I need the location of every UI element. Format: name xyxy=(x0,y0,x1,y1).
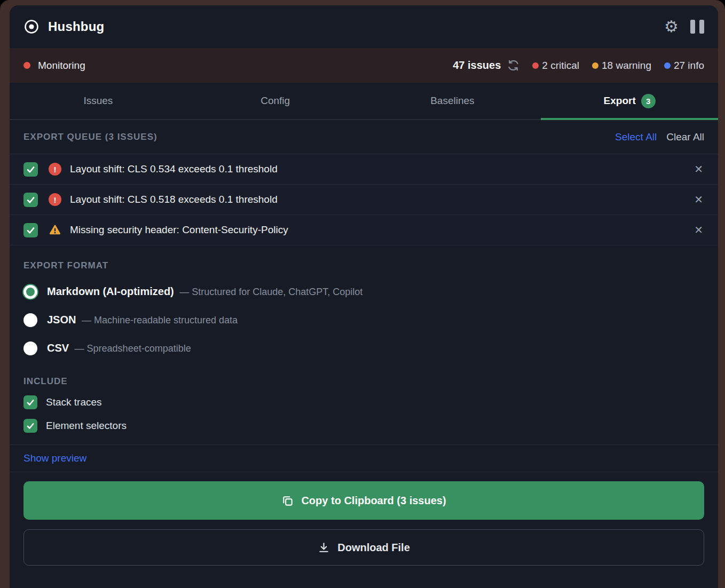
export-queue-title: EXPORT QUEUE (3 ISSUES) xyxy=(23,132,157,142)
export-format-section: EXPORT FORMAT Markdown (AI-optimized) — … xyxy=(10,245,718,362)
issue-text: Layout shift: CLS 0.534 exceeds 0.1 thre… xyxy=(70,163,684,175)
export-count-badge: 3 xyxy=(641,94,656,108)
select-all-link[interactable]: Select All xyxy=(615,131,657,143)
checkbox-checked-icon[interactable] xyxy=(23,419,37,433)
download-icon xyxy=(318,542,330,554)
tab-baselines[interactable]: Baselines xyxy=(364,83,541,119)
window-frame: Hushbug ⚙ Monitoring 47 issues xyxy=(0,0,725,588)
warning-dot-icon xyxy=(592,62,598,69)
recording-dot-icon xyxy=(23,62,30,69)
actions: Copy to Clipboard (3 issues) Download Fi… xyxy=(10,472,718,582)
format-option-markdown[interactable]: Markdown (AI-optimized) — Structured for… xyxy=(23,277,704,306)
hushbug-logo-icon xyxy=(23,19,40,35)
radio-icon[interactable] xyxy=(23,313,37,327)
status-bar: Monitoring 47 issues 2 critical xyxy=(10,48,718,83)
export-format-title: EXPORT FORMAT xyxy=(23,260,704,271)
checkbox-checked-icon[interactable] xyxy=(23,395,37,409)
error-icon: ! xyxy=(49,163,61,176)
download-file-button[interactable]: Download File xyxy=(23,529,704,566)
tab-bar: Issues Config Baselines Export 3 xyxy=(10,83,718,120)
show-preview-link[interactable]: Show preview xyxy=(23,452,86,464)
remove-issue-icon[interactable]: ✕ xyxy=(693,224,704,236)
queue-row: ! Layout shift: CLS 0.518 exceeds 0.1 th… xyxy=(10,185,718,215)
critical-counter: 2 critical xyxy=(532,60,579,71)
include-section: INCLUDE Stack traces Element selectors xyxy=(10,362,718,444)
issue-text: Layout shift: CLS 0.518 exceeds 0.1 thre… xyxy=(70,194,684,205)
issue-text: Missing security header: Content-Securit… xyxy=(70,224,684,236)
row-checkbox[interactable] xyxy=(23,193,38,207)
row-checkbox[interactable] xyxy=(23,223,38,237)
monitoring-label: Monitoring xyxy=(38,60,85,71)
radio-icon[interactable] xyxy=(23,341,37,355)
include-stack-traces[interactable]: Stack traces xyxy=(23,391,704,414)
error-icon: ! xyxy=(49,193,61,206)
copy-icon xyxy=(281,495,294,507)
radio-selected-icon[interactable] xyxy=(23,285,37,299)
hushbug-panel: Hushbug ⚙ Monitoring 47 issues xyxy=(10,5,718,588)
queue-row: ! Layout shift: CLS 0.534 exceeds 0.1 th… xyxy=(10,154,718,185)
issues-count: 47 issues xyxy=(453,59,501,71)
info-dot-icon xyxy=(664,62,671,69)
remove-issue-icon[interactable]: ✕ xyxy=(693,193,704,206)
clear-all-link[interactable]: Clear All xyxy=(666,131,704,143)
row-checkbox[interactable] xyxy=(23,162,38,177)
export-queue-header: EXPORT QUEUE (3 ISSUES) Select All Clear… xyxy=(10,120,718,154)
include-title: INCLUDE xyxy=(23,376,68,386)
copy-to-clipboard-button[interactable]: Copy to Clipboard (3 issues) xyxy=(23,481,704,520)
queue-row: Missing security header: Content-Securit… xyxy=(10,215,718,245)
warning-counter: 18 warning xyxy=(592,60,651,71)
tab-config[interactable]: Config xyxy=(187,83,364,119)
remove-issue-icon[interactable]: ✕ xyxy=(693,163,704,176)
critical-dot-icon xyxy=(532,62,539,69)
refresh-icon[interactable] xyxy=(507,59,519,71)
info-counter: 27 info xyxy=(664,60,704,71)
app-title: Hushbug xyxy=(48,19,104,34)
warning-icon xyxy=(49,224,61,236)
preview-row: Show preview xyxy=(10,444,718,472)
format-option-csv[interactable]: CSV — Spreadsheet-compatible xyxy=(23,334,704,362)
include-element-selectors[interactable]: Element selectors xyxy=(23,415,704,437)
pause-icon[interactable] xyxy=(690,20,704,34)
tab-issues[interactable]: Issues xyxy=(10,83,187,119)
format-option-json[interactable]: JSON — Machine-readable structured data xyxy=(23,306,704,334)
settings-gear-icon[interactable]: ⚙ xyxy=(664,19,679,35)
header: Hushbug ⚙ xyxy=(10,5,718,48)
tab-export[interactable]: Export 3 xyxy=(541,83,718,119)
